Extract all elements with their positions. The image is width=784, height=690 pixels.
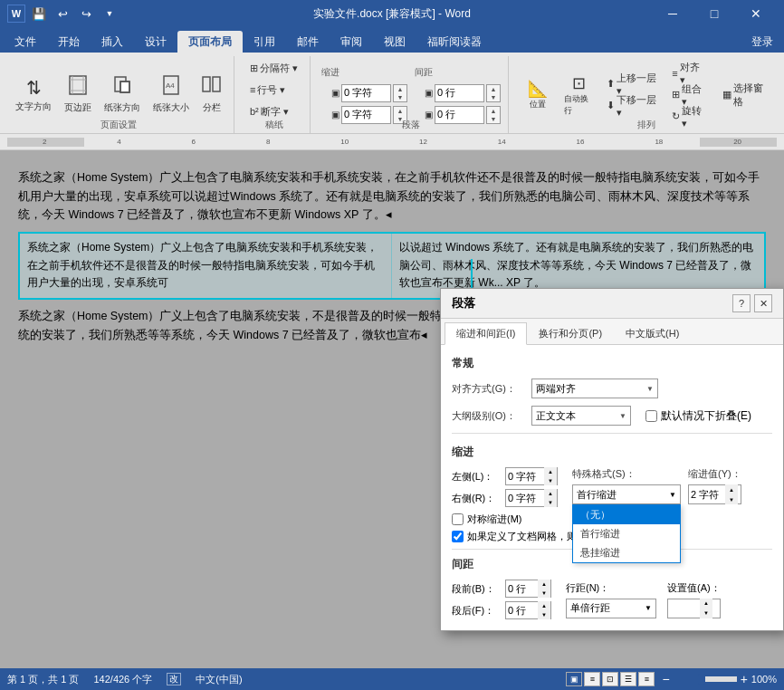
bring-forward-button[interactable]: ⬆ 上移一层 ▾: [602, 74, 664, 94]
left-indent-down[interactable]: ▼: [544, 476, 557, 485]
dialog-close-button[interactable]: ✕: [754, 294, 772, 312]
indent-left-down[interactable]: ▼: [394, 93, 406, 101]
before-down[interactable]: ▼: [538, 589, 550, 598]
indent-left-up[interactable]: ▲: [394, 85, 406, 93]
login-button[interactable]: 登录: [741, 31, 784, 53]
tab-file[interactable]: 文件: [4, 31, 47, 53]
tab-home[interactable]: 开始: [47, 31, 91, 53]
align-button[interactable]: ≡ 对齐 ▾: [667, 63, 711, 83]
spacing-before-input[interactable]: [435, 84, 484, 102]
spacing-after-input[interactable]: [435, 106, 484, 124]
ribbon-group-page-setup: ⇅ 文字方向 页边距: [4, 56, 234, 133]
spacing-before-up[interactable]: ▲: [487, 85, 500, 93]
tab-mailings[interactable]: 邮件: [286, 31, 330, 53]
indent-left-input[interactable]: [341, 84, 391, 102]
at-value-down[interactable]: ▼: [700, 609, 712, 618]
dropdown-item-none[interactable]: （无）: [573, 505, 680, 524]
margins-button[interactable]: 页边距: [60, 68, 96, 122]
align-value: 两端对齐: [536, 382, 576, 396]
spacing-before-down[interactable]: ▼: [487, 93, 500, 101]
save-button[interactable]: 💾: [29, 4, 49, 24]
line-spacing-select[interactable]: 单倍行距 ▼: [566, 599, 656, 618]
at-value-controls: 设置值(A)： ▲ ▼: [667, 581, 721, 618]
close-button[interactable]: ✕: [735, 0, 777, 27]
group-button[interactable]: ⊞ 组合 ▾: [667, 85, 711, 105]
dropdown-item-hanging[interactable]: 悬挂缩进: [573, 543, 680, 562]
indent-value-input[interactable]: [689, 489, 725, 500]
at-value-up[interactable]: ▲: [700, 599, 712, 609]
dialog-tab-indent-spacing[interactable]: 缩进和间距(I): [445, 322, 527, 345]
indent-value-input-container: ▲ ▼: [688, 484, 741, 504]
indent-left-value[interactable]: [344, 88, 378, 99]
view-reading[interactable]: ≡: [584, 672, 600, 686]
title-bar-controls: ─ □ ✕: [652, 0, 777, 27]
tab-references[interactable]: 引用: [243, 31, 286, 53]
view-print-layout[interactable]: ▣: [566, 672, 582, 686]
right-indent-input[interactable]: [506, 493, 544, 503]
dialog-tab-line-page-breaks[interactable]: 换行和分页(P): [527, 322, 614, 344]
spacing-after-value[interactable]: [437, 110, 472, 120]
position-icon: 📐: [528, 79, 548, 99]
after-up[interactable]: ▲: [538, 601, 550, 610]
spacing-before-value[interactable]: [437, 88, 472, 99]
default-collapse-checkbox[interactable]: [645, 410, 657, 422]
redo-button[interactable]: ↪: [76, 4, 96, 24]
line-numbers-button[interactable]: ≡ 行号 ▾: [245, 80, 290, 100]
maximize-button[interactable]: □: [693, 0, 735, 27]
dialog-tab-chinese-typography[interactable]: 中文版式(H): [614, 322, 691, 344]
align-select[interactable]: 两端对齐 ▼: [531, 379, 658, 398]
indent-value-down[interactable]: ▼: [725, 494, 738, 504]
right-indent-down[interactable]: ▼: [544, 498, 557, 507]
rotate-button[interactable]: ↻ 旋转 ▾: [667, 107, 711, 127]
zoom-slider[interactable]: [674, 676, 737, 682]
text-direction-button[interactable]: ⇅ 文字方向: [11, 68, 56, 122]
indent-value-up[interactable]: ▲: [725, 484, 738, 494]
dialog-help-button[interactable]: ?: [732, 294, 751, 312]
qat-dropdown-button[interactable]: ▼: [100, 4, 120, 24]
view-outline[interactable]: ☰: [620, 672, 636, 686]
selection-pane-button[interactable]: ▦ 选择窗格: [718, 85, 773, 105]
before-input[interactable]: [506, 583, 538, 594]
tab-foxit[interactable]: 福昕阅读器: [416, 31, 492, 53]
spacing-after-down[interactable]: ▼: [487, 115, 500, 123]
tab-insert[interactable]: 插入: [91, 31, 134, 53]
view-draft[interactable]: ≡: [638, 672, 655, 686]
special-format-select[interactable]: 首行缩进 ▼: [572, 484, 681, 504]
indent-right-up[interactable]: ▲: [394, 107, 406, 115]
grid-adjust-checkbox[interactable]: [452, 531, 464, 542]
size-button[interactable]: A4 纸张大小: [148, 68, 194, 122]
columns-button[interactable]: 分栏: [197, 68, 226, 122]
breaks-button[interactable]: ⊞ 分隔符 ▾: [245, 58, 302, 78]
zoom-thumb[interactable]: [698, 674, 705, 685]
dropdown-item-first-line[interactable]: 首行缩进: [573, 524, 680, 543]
symmetric-indent-checkbox[interactable]: [452, 513, 464, 525]
after-down[interactable]: ▼: [538, 610, 550, 619]
rotate-label: 旋转 ▾: [682, 104, 706, 129]
after-input[interactable]: [506, 605, 538, 616]
view-web[interactable]: ⊡: [602, 672, 618, 686]
tab-view[interactable]: 视图: [373, 31, 416, 53]
right-indent-up[interactable]: ▲: [544, 489, 557, 498]
general-section-title: 常规: [452, 356, 772, 371]
left-indent-up[interactable]: ▲: [544, 467, 557, 476]
outline-select[interactable]: 正文文本 ▼: [531, 406, 631, 426]
autowrap-button[interactable]: ⊡ 自动换行: [559, 72, 598, 118]
orientation-button[interactable]: 纸张方向: [100, 68, 145, 122]
undo-button[interactable]: ↩: [53, 4, 72, 24]
tab-page-layout[interactable]: 页面布局: [177, 31, 243, 53]
zoom-in-button[interactable]: +: [741, 672, 748, 686]
special-format-dropdown[interactable]: （无） 首行缩进 悬挂缩进: [572, 504, 681, 563]
tab-review[interactable]: 审阅: [330, 31, 373, 53]
zoom-out-button[interactable]: −: [662, 672, 669, 686]
tab-design[interactable]: 设计: [134, 31, 177, 53]
minimize-button[interactable]: ─: [652, 0, 693, 27]
indent-right-value[interactable]: [344, 110, 378, 120]
indent-right-input[interactable]: [341, 106, 391, 124]
left-indent-input[interactable]: [506, 471, 544, 482]
dialog-title-text: 段落: [452, 295, 475, 311]
before-up[interactable]: ▲: [538, 580, 550, 589]
send-backward-button[interactable]: ⬇ 下移一层 ▾: [602, 96, 664, 116]
position-button[interactable]: 📐 位置: [520, 72, 556, 118]
spacing-after-up[interactable]: ▲: [487, 107, 500, 115]
at-value-input[interactable]: [668, 603, 700, 614]
